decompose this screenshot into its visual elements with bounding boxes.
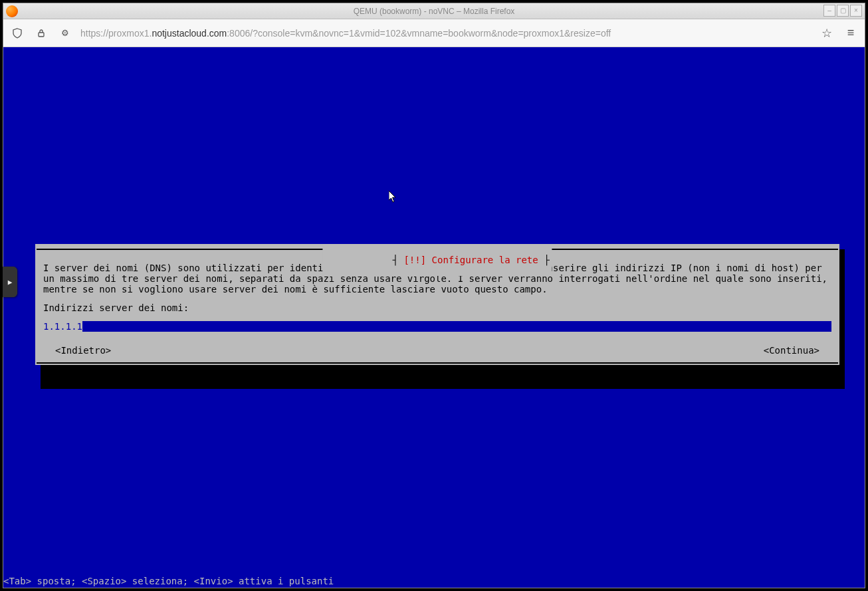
installer-screen: ▶ ┤ [!!] Configurare la rete ├ I server … (3, 47, 865, 588)
url-path: :8006/?console=kvm&novnc=1&vmid=102&vmna… (227, 28, 611, 39)
url-host-domain: notjustacloud.com (152, 28, 227, 39)
firefox-window: QEMU (bookworm) - noVNC – Mozilla Firefo… (3, 3, 865, 588)
firefox-icon (6, 5, 18, 17)
lock-icon[interactable] (33, 25, 50, 42)
window-title: QEMU (bookworm) - noVNC – Mozilla Firefo… (354, 7, 515, 16)
dialog-title: Configurare la rete (432, 255, 538, 265)
window-controls: – ▢ × (823, 5, 862, 17)
url-field[interactable]: https://proxmox1.notjustacloud.com:8006/… (80, 28, 812, 39)
network-config-dialog: ┤ [!!] Configurare la rete ├ I server de… (35, 244, 839, 365)
close-button[interactable]: × (850, 5, 862, 17)
url-host-prefix: proxmox1. (108, 28, 152, 39)
back-button[interactable]: <Indietro> (55, 345, 111, 356)
installer-help-bar: <Tab> sposta; <Spazio> seleziona; <Invio… (3, 574, 334, 588)
novnc-canvas[interactable]: ▶ ┤ [!!] Configurare la rete ├ I server … (3, 47, 865, 588)
hamburger-menu-icon[interactable]: ≡ (842, 25, 859, 42)
url-protocol: https:// (80, 28, 108, 39)
novnc-panel-toggle[interactable]: ▶ (3, 267, 17, 297)
permissions-icon[interactable]: ⚙ (56, 25, 74, 42)
dialog-priority-marker: [!!] (403, 255, 426, 265)
continue-button[interactable]: <Continua> (764, 345, 819, 356)
bookmark-star-icon[interactable]: ☆ (818, 25, 835, 42)
window-titlebar: QEMU (bookworm) - noVNC – Mozilla Firefo… (3, 3, 865, 19)
dns-input-value: 1.1.1.1 (43, 321, 82, 332)
dns-field-label: Indirizzi server dei nomi: (43, 302, 831, 313)
minimize-button[interactable]: – (823, 5, 835, 17)
chevron-right-icon: ▶ (8, 278, 13, 287)
svg-rect-0 (39, 33, 44, 37)
dialog-titlebar: ┤ [!!] Configurare la rete ├ (35, 244, 839, 255)
shield-icon[interactable] (9, 25, 26, 42)
address-bar: ⚙ https://proxmox1.notjustacloud.com:800… (3, 19, 865, 47)
maximize-button[interactable]: ▢ (837, 5, 849, 17)
dns-input[interactable]: 1.1.1.1 (43, 321, 831, 332)
